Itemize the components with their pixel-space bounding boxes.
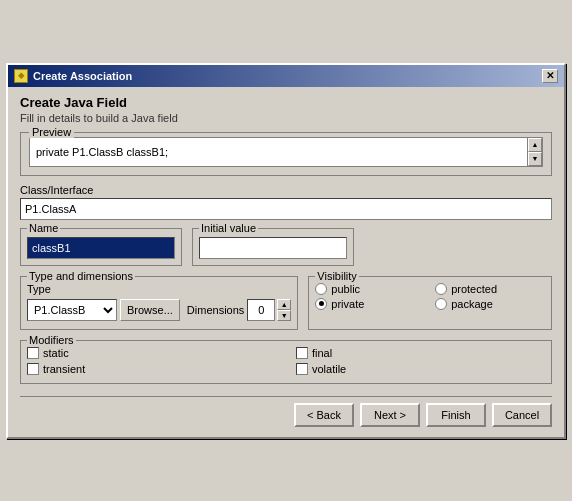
type-select[interactable]: P1.ClassB: [27, 299, 117, 321]
radio-package[interactable]: package: [435, 298, 545, 310]
radio-private-btn[interactable]: [315, 298, 327, 310]
preview-scrollbar: ▲ ▼: [527, 137, 543, 167]
type-dims-group: Type and dimensions Type P1.ClassB Brows…: [20, 276, 298, 330]
radio-public-btn[interactable]: [315, 283, 327, 295]
checkbox-volatile-box[interactable]: [296, 363, 308, 375]
radio-protected[interactable]: protected: [435, 283, 545, 295]
radio-package-btn[interactable]: [435, 298, 447, 310]
button-bar: < Back Next > Finish Cancel: [20, 396, 552, 429]
modifiers-group: Modifiers static final transient volatil…: [20, 340, 552, 384]
radio-private[interactable]: private: [315, 298, 425, 310]
page-subtitle: Fill in details to build a Java field: [20, 112, 552, 124]
checkbox-final-box[interactable]: [296, 347, 308, 359]
spinner-down-btn[interactable]: ▼: [277, 310, 291, 321]
page-header: Create Java Field Fill in details to bui…: [20, 95, 552, 124]
spinner-up-btn[interactable]: ▲: [277, 299, 291, 310]
name-group: Name: [20, 228, 182, 266]
visibility-group: Visibility public protected priva: [308, 276, 552, 330]
dimensions-label: Dimensions: [187, 304, 244, 316]
checkbox-volatile-label: volatile: [312, 363, 346, 375]
checkbox-transient-label: transient: [43, 363, 85, 375]
window-title: Create Association: [33, 70, 132, 82]
spinner-buttons: ▲ ▼: [277, 299, 291, 321]
type-row: Type P1.ClassB Browse... Dimensions ▲: [27, 283, 291, 321]
window-body: Create Java Field Fill in details to bui…: [8, 87, 564, 437]
scroll-down-btn[interactable]: ▼: [528, 152, 542, 166]
create-association-dialog: ◆ Create Association ✕ Create Java Field…: [6, 63, 566, 439]
checkbox-final-label: final: [312, 347, 332, 359]
radio-public[interactable]: public: [315, 283, 425, 295]
finish-button[interactable]: Finish: [426, 403, 486, 427]
initial-value-input[interactable]: [199, 237, 347, 259]
checkbox-static[interactable]: static: [27, 347, 276, 359]
title-bar-left: ◆ Create Association: [14, 69, 132, 83]
dimensions-input[interactable]: [247, 299, 275, 321]
checkbox-static-label: static: [43, 347, 69, 359]
visibility-options: public protected private packag: [315, 283, 545, 310]
checkbox-final[interactable]: final: [296, 347, 545, 359]
radio-protected-label: protected: [451, 283, 497, 295]
cancel-button[interactable]: Cancel: [492, 403, 552, 427]
type-visibility-row: Type and dimensions Type P1.ClassB Brows…: [20, 276, 552, 330]
class-interface-label: Class/Interface: [20, 184, 552, 196]
preview-text: private P1.ClassB classB1;: [29, 137, 527, 167]
checkbox-static-box[interactable]: [27, 347, 39, 359]
radio-private-label: private: [331, 298, 364, 310]
name-label: Name: [27, 222, 60, 234]
type-sub-label: Type P1.ClassB Browse... Dimensions ▲: [27, 283, 291, 321]
name-input[interactable]: [27, 237, 175, 259]
radio-public-label: public: [331, 283, 360, 295]
radio-package-label: package: [451, 298, 493, 310]
class-interface-section: Class/Interface: [20, 184, 552, 220]
preview-content: private P1.ClassB classB1; ▲ ▼: [29, 137, 543, 167]
page-title: Create Java Field: [20, 95, 552, 110]
radio-protected-btn[interactable]: [435, 283, 447, 295]
checkbox-transient-box[interactable]: [27, 363, 39, 375]
back-button[interactable]: < Back: [294, 403, 354, 427]
type-label: Type: [27, 283, 291, 295]
name-initial-row: Name Initial value: [20, 228, 552, 266]
title-bar: ◆ Create Association ✕: [8, 65, 564, 87]
type-controls: P1.ClassB Browse... Dimensions ▲ ▼: [27, 299, 291, 321]
dialog-icon: ◆: [14, 69, 28, 83]
modifiers-label: Modifiers: [27, 334, 76, 346]
browse-button[interactable]: Browse...: [120, 299, 180, 321]
modifiers-options: static final transient volatile: [27, 347, 545, 375]
scroll-up-btn[interactable]: ▲: [528, 138, 542, 152]
checkbox-volatile[interactable]: volatile: [296, 363, 545, 375]
checkbox-transient[interactable]: transient: [27, 363, 276, 375]
initial-value-label: Initial value: [199, 222, 258, 234]
visibility-label: Visibility: [315, 270, 359, 282]
next-button[interactable]: Next >: [360, 403, 420, 427]
dimensions-spinner: ▲ ▼: [247, 299, 291, 321]
type-dims-label: Type and dimensions: [27, 270, 135, 282]
preview-label: Preview: [29, 126, 74, 138]
preview-group: Preview private P1.ClassB classB1; ▲ ▼: [20, 132, 552, 176]
class-interface-input[interactable]: [20, 198, 552, 220]
close-button[interactable]: ✕: [542, 69, 558, 83]
radio-private-dot: [319, 301, 324, 306]
initial-value-group: Initial value: [192, 228, 354, 266]
